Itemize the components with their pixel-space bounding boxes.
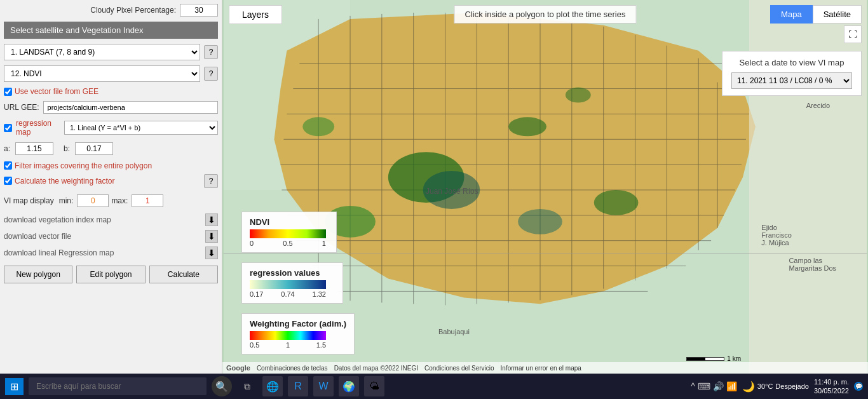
map-area[interactable]: Click inside a polygon to plot the time …	[222, 0, 868, 374]
svg-point-32	[566, 88, 591, 103]
regression-legend-labels: 0.17 0.74 1.32	[250, 290, 326, 298]
shortcuts-label: Combinaciones de teclas	[257, 365, 328, 372]
download-vi-row: download vegetation index map ⬇	[4, 213, 218, 226]
regression-gradient-bar	[250, 280, 326, 289]
url-gee-input[interactable]	[43, 101, 218, 114]
taskbar-chrome-btn[interactable]: 🌐	[262, 376, 283, 396]
svg-point-30	[594, 190, 639, 215]
download-vector-row: download vector file ⬇	[4, 230, 218, 243]
b-input[interactable]	[75, 142, 113, 155]
calculate-btn[interactable]: Calculate	[149, 266, 218, 283]
download-vector-btn[interactable]: ⬇	[205, 230, 218, 243]
vi-select-row: 12. NDVI 1. EVI 2. SAVI ?	[4, 65, 218, 82]
date-selector-box: Select a date to view VI map 11. 2021 11…	[722, 51, 862, 96]
ndvi-legend-title: NDVI	[250, 217, 329, 227]
weather-temp: 30°C	[757, 382, 773, 390]
use-vector-checkbox[interactable]	[4, 88, 12, 96]
weighting-row: Calculate the weighting factor ?	[4, 174, 218, 188]
taskbar-cortana-btn[interactable]: 🔍	[212, 376, 232, 396]
taskbar-word-btn[interactable]: W	[313, 376, 334, 396]
vi-help-btn[interactable]: ?	[204, 67, 218, 81]
start-button[interactable]: ⊞	[5, 378, 24, 395]
use-vector-label[interactable]: Use vector file from GEE	[15, 87, 98, 96]
section-header: Select satellite and Vegetation Index	[4, 22, 218, 39]
ndvi-legend-labels: 0 0.5 1	[250, 240, 326, 247]
svg-point-28	[508, 117, 546, 136]
weighting-label[interactable]: Calculate the weighting factor	[15, 177, 199, 186]
taskbar-time[interactable]: 11:40 p. m. 30/05/2022	[814, 377, 849, 396]
tray-expand-icon[interactable]: ^	[691, 381, 695, 391]
tray-network-icon[interactable]: 📶	[726, 381, 737, 391]
weighting-help-btn[interactable]: ?	[204, 174, 218, 188]
map-label-babujaqui: Babujaqui	[438, 328, 470, 335]
google-logo: Google	[226, 364, 250, 372]
satellite-select-row: 1. LANDSAT (7, 8 and 9) 2. SENTINEL-2 ?	[4, 44, 218, 60]
regression-select[interactable]: 1. Lineal (Y = a*VI + b) 2. Exponential …	[64, 121, 218, 135]
vi-display-label: VI map display	[4, 196, 54, 205]
filter-row: Filter images covering the entire polygo…	[4, 161, 218, 170]
url-gee-label: URL GEE:	[4, 103, 39, 112]
regression-row: regression map 1. Lineal (Y = a*VI + b) …	[4, 119, 218, 137]
map-label-margaritas: Campo lasMargaritas Dos	[789, 257, 836, 272]
download-vi-btn[interactable]: ⬇	[205, 213, 218, 226]
bottom-buttons: New polygon Edit polygon Calculate	[4, 266, 218, 283]
taskbar-taskview-btn[interactable]: ⧉	[237, 376, 257, 396]
satellite-select[interactable]: 1. LANDSAT (7, 8 and 9) 2. SENTINEL-2	[4, 44, 200, 60]
a-input[interactable]	[15, 142, 53, 155]
date-selector-label: Select a date to view VI map	[731, 58, 852, 67]
weighting-gradient-bar	[250, 331, 326, 340]
url-gee-row: URL GEE:	[4, 101, 218, 114]
regression-checkbox[interactable]	[4, 124, 12, 132]
taskbar-weather-app-btn[interactable]: 🌤	[364, 376, 384, 396]
weighting-checkbox[interactable]	[4, 177, 12, 185]
taskbar: ⊞ 🔍 ⧉ 🌐 R W 🌍 🌤 ^ ⌨ 🔊 📶 🌙 30°C Despejado	[0, 374, 868, 399]
vi-select[interactable]: 12. NDVI 1. EVI 2. SAVI	[4, 65, 200, 82]
edit-polygon-btn[interactable]: Edit polygon	[76, 266, 145, 283]
b-label: b:	[64, 144, 70, 153]
filter-checkbox[interactable]	[4, 161, 12, 170]
svg-point-33	[423, 171, 480, 209]
tray-volume-icon[interactable]: 🔊	[713, 381, 724, 391]
satelite-btn[interactable]: Satélite	[813, 5, 862, 24]
taskbar-search[interactable]	[29, 377, 207, 395]
regression-link[interactable]: regression map	[16, 119, 60, 137]
cloudy-pixel-input[interactable]	[180, 4, 218, 17]
taskbar-r-btn[interactable]: R	[288, 376, 308, 396]
scale-bar: 1 km	[686, 355, 741, 362]
svg-point-27	[388, 152, 465, 203]
terms-label: Condiciones del Servicio	[424, 365, 494, 372]
left-panel: Cloudy Pixel Percentage: Select satellit…	[0, 0, 222, 374]
weighting-legend-title: Weighting Factor (adim.)	[250, 319, 346, 328]
download-vi-label: download vegetation index map	[4, 215, 201, 224]
filter-label[interactable]: Filter images covering the entire polygo…	[15, 161, 152, 170]
vi-min-input[interactable]	[77, 194, 109, 207]
new-polygon-btn[interactable]: New polygon	[4, 266, 72, 283]
map-label-francisco: EjidoFranciscoJ. Mújica	[761, 224, 792, 247]
svg-marker-2	[274, 13, 755, 304]
moon-icon: 🌙	[742, 381, 755, 393]
vi-display-row: VI map display min: max:	[4, 194, 218, 207]
ab-row: a: b:	[4, 142, 218, 155]
cloudy-pixel-row: Cloudy Pixel Percentage:	[4, 4, 218, 17]
satellite-help-btn[interactable]: ?	[204, 45, 218, 59]
mapa-btn[interactable]: Mapa	[770, 5, 813, 24]
svg-point-31	[302, 117, 334, 136]
notification-badge[interactable]: 💬	[854, 382, 863, 391]
weighting-legend-labels: 0.5 1 1.5	[250, 341, 326, 349]
map-notification: Click inside a polygon to plot the time …	[454, 5, 637, 24]
report-label: Informar un error en el mapa	[501, 365, 581, 372]
map-label-juan: Juan José Ríos	[426, 187, 478, 196]
taskbar-earth-btn[interactable]: 🌍	[339, 376, 359, 396]
download-vector-label: download vector file	[4, 232, 201, 241]
map-type-btns: Mapa Satélite	[770, 5, 862, 24]
date-selector[interactable]: 11. 2021 11 03 / LC08 / 0 %	[731, 72, 852, 89]
vi-max-input[interactable]	[132, 194, 163, 207]
fullscreen-btn[interactable]: ⛶	[844, 25, 862, 43]
svg-point-34	[518, 209, 562, 234]
download-regression-btn[interactable]: ⬇	[205, 247, 218, 259]
download-regression-label: download lineal Regression map	[4, 248, 201, 257]
layers-btn[interactable]: Layers	[229, 5, 282, 24]
taskbar-weather: 🌙 30°C Despejado	[742, 381, 809, 393]
fullscreen-icon: ⛶	[848, 29, 857, 39]
tray-keyboard-icon[interactable]: ⌨	[698, 381, 710, 391]
